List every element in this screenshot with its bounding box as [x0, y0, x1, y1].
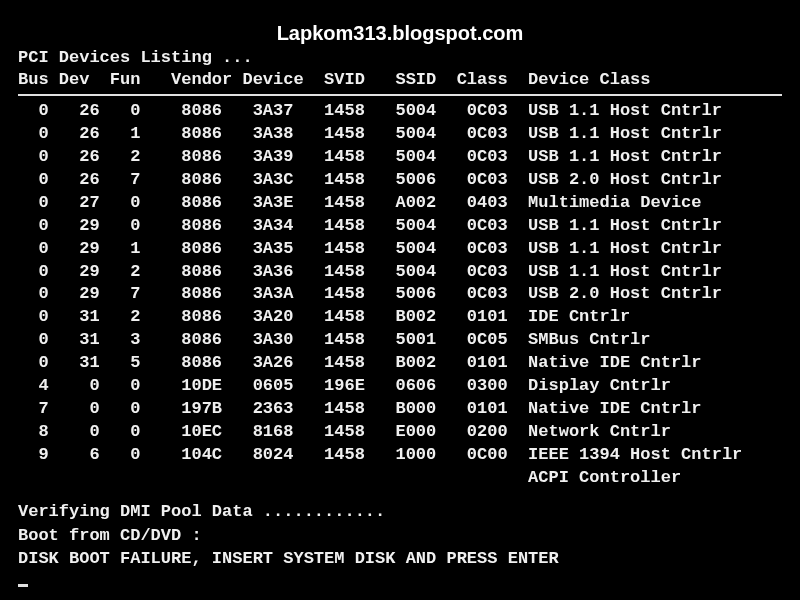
cursor — [18, 584, 28, 587]
table-row: 0 31 3 8086 3A30 1458 5001 0C05 SMBus Cn… — [18, 329, 782, 352]
table-row: 0 31 5 8086 3A26 1458 B002 0101 Native I… — [18, 352, 782, 375]
table-header: Bus Dev Fun Vendor Device SVID SSID Clas… — [18, 69, 782, 92]
table-row: 7 0 0 197B 2363 1458 B000 0101 Native ID… — [18, 398, 782, 421]
table-row: 9 6 0 104C 8024 1458 1000 0C00 IEEE 1394… — [18, 444, 782, 467]
table-row: 8 0 0 10EC 8168 1458 E000 0200 Network C… — [18, 421, 782, 444]
table-row: 0 29 2 8086 3A36 1458 5004 0C03 USB 1.1 … — [18, 261, 782, 284]
table-body: 0 26 0 8086 3A37 1458 5004 0C03 USB 1.1 … — [18, 100, 782, 467]
verifying-line: Verifying DMI Pool Data ............ — [18, 500, 782, 524]
footer-block: Verifying DMI Pool Data ............ Boo… — [18, 500, 782, 595]
table-row: 0 29 7 8086 3A3A 1458 5006 0C03 USB 2.0 … — [18, 283, 782, 306]
divider-line — [18, 94, 782, 96]
table-row: 4 0 0 10DE 0605 196E 0606 0300 Display C… — [18, 375, 782, 398]
table-row: 0 29 1 8086 3A35 1458 5004 0C03 USB 1.1 … — [18, 238, 782, 261]
table-row: 0 26 0 8086 3A37 1458 5004 0C03 USB 1.1 … — [18, 100, 782, 123]
table-row: 0 27 0 8086 3A3E 1458 A002 0403 Multimed… — [18, 192, 782, 215]
listing-title: PCI Devices Listing ... — [18, 48, 782, 67]
table-row: 0 26 1 8086 3A38 1458 5004 0C03 USB 1.1 … — [18, 123, 782, 146]
table-row: 0 31 2 8086 3A20 1458 B002 0101 IDE Cntr… — [18, 306, 782, 329]
boot-from-line: Boot from CD/DVD : — [18, 524, 782, 548]
table-row: 0 26 7 8086 3A3C 1458 5006 0C03 USB 2.0 … — [18, 169, 782, 192]
watermark-text: Lapkom313.blogspot.com — [277, 22, 524, 45]
bios-screen: PCI Devices Listing ... Bus Dev Fun Vend… — [18, 48, 782, 595]
boot-failure-line: DISK BOOT FAILURE, INSERT SYSTEM DISK AN… — [18, 547, 782, 571]
table-row: 0 26 2 8086 3A39 1458 5004 0C03 USB 1.1 … — [18, 146, 782, 169]
table-row: 0 29 0 8086 3A34 1458 5004 0C03 USB 1.1 … — [18, 215, 782, 238]
acpi-line: ACPI Controller — [18, 467, 782, 490]
